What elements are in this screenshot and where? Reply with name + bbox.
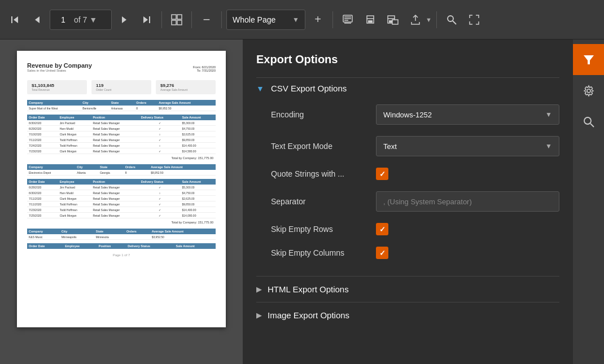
encoding-chevron-icon: ▼ — [545, 111, 552, 119]
separator-4 — [332, 11, 333, 28]
separator-5 — [436, 11, 437, 28]
svg-rect-6 — [172, 15, 176, 19]
zoom-out-button[interactable]: − — [196, 10, 217, 30]
search-side-button[interactable] — [573, 106, 604, 137]
csv-section-label: CSV Export Options — [271, 84, 347, 93]
svg-marker-2 — [35, 16, 40, 23]
text-export-mode-label: Text Export Mode — [271, 142, 367, 151]
csv-collapse-arrow-icon: ▼ — [256, 84, 265, 93]
doc-table-3b: Order DateEmployeePositionDelivery Statu… — [27, 243, 216, 249]
svg-point-20 — [448, 16, 453, 21]
page-navigator: 1 of 7 ▼ — [50, 10, 112, 30]
filter-side-button[interactable] — [573, 44, 604, 75]
text-export-mode-dropdown[interactable]: Text ▼ — [376, 136, 559, 156]
page-input[interactable]: 1 — [55, 15, 72, 24]
zoom-in-button[interactable]: + — [308, 10, 328, 30]
export-title: Export Options — [256, 53, 559, 66]
toolbar: 1 of 7 ▼ − Whole Page ▼ + — [0, 0, 604, 40]
separator-label: Separator — [271, 197, 367, 206]
edit-button[interactable] — [338, 10, 358, 30]
kpi-row: $1,103,845 Total Revenue 119 Order Count… — [27, 80, 216, 94]
svg-marker-3 — [122, 16, 126, 23]
skip-empty-rows-row: Skip Empty Rows — [271, 223, 559, 235]
last-page-button[interactable] — [137, 10, 157, 30]
csv-section-header[interactable]: ▼ CSV Export Options — [256, 77, 559, 99]
export-panel: Export Options ▼ CSV Export Options Enco… — [243, 40, 573, 341]
svg-marker-1 — [14, 16, 18, 23]
doc-table-3: CompanyCityStateOrdersAverage Sale Amoun… — [27, 229, 216, 240]
skip-empty-columns-label: Skip Empty Columns — [271, 248, 367, 257]
quote-strings-label: Quote Strings with ... — [271, 169, 367, 178]
total-pages-label: of 7 — [74, 15, 87, 24]
main-content: Revenue by Company Sales in the United S… — [0, 40, 604, 364]
prev-page-button[interactable] — [27, 10, 47, 30]
quote-strings-row: Quote Strings with ... — [271, 168, 559, 180]
next-page-button[interactable] — [114, 10, 134, 30]
svg-rect-16 — [368, 20, 373, 23]
encoding-dropdown[interactable]: Windows-1252 ▼ — [376, 104, 559, 125]
dropdown-chevron-icon: ▼ — [292, 16, 299, 24]
svg-rect-5 — [149, 16, 150, 23]
doc-table-2b: Order DateEmployeePositionDelivery Statu… — [27, 179, 216, 218]
skip-empty-columns-checkbox[interactable] — [376, 247, 388, 259]
doc-table-1: CompanyCityStateOrdersAverage Sale Amoun… — [27, 100, 216, 111]
svg-marker-22 — [584, 55, 594, 64]
separator-row: Separator , (Using System Separator) — [271, 191, 559, 212]
document-preview: Revenue by Company Sales in the United S… — [0, 40, 243, 364]
encoding-label: Encoding — [271, 110, 367, 119]
kpi-avg: $9,276 Average Sale Amount — [156, 80, 216, 94]
separator-3 — [221, 11, 222, 28]
skip-empty-columns-row: Skip Empty Columns — [271, 247, 559, 259]
settings-side-button[interactable] — [573, 75, 604, 106]
export-button[interactable] — [405, 10, 426, 30]
html-section-header[interactable]: ▶ HTML Export Options — [256, 276, 559, 302]
quote-strings-checkbox[interactable] — [376, 168, 388, 180]
text-mode-chevron-icon: ▼ — [545, 142, 552, 150]
svg-rect-0 — [11, 16, 12, 23]
svg-rect-8 — [172, 20, 176, 25]
separator-input[interactable]: , (Using System Separator) — [376, 191, 559, 212]
svg-point-23 — [587, 89, 590, 93]
encoding-value: Windows-1252 — [383, 111, 432, 119]
doc-total-2: Total by Company: 151,775.00 — [27, 221, 216, 224]
image-section-label: Image Export Options — [268, 310, 349, 320]
doc-title: Revenue by Company — [27, 62, 216, 69]
page-size-value: Whole Page — [233, 15, 275, 24]
encoding-row: Encoding Windows-1252 ▼ — [271, 104, 559, 125]
image-section-header[interactable]: ▶ Image Export Options — [256, 302, 559, 328]
csv-section-content: Encoding Windows-1252 ▼ Text Export Mode… — [256, 99, 559, 276]
kpi-revenue: $1,103,845 Total Revenue — [27, 80, 87, 94]
separator-2 — [191, 11, 192, 28]
text-export-mode-row: Text Export Mode Text ▼ — [271, 136, 559, 156]
minus-icon: − — [203, 12, 211, 27]
page-view-button[interactable] — [167, 10, 187, 30]
page-size-dropdown[interactable]: Whole Page ▼ — [226, 10, 305, 30]
fullscreen-button[interactable] — [464, 10, 484, 30]
doc-table-2: CompanyCityStateOrdersAverage Sale Amoun… — [27, 164, 216, 176]
text-export-mode-value: Text — [383, 142, 397, 151]
svg-marker-4 — [143, 16, 148, 23]
doc-subtitle: Sales in the United States — [27, 69, 216, 72]
kpi-orders: 119 Order Count — [91, 80, 151, 94]
svg-rect-9 — [177, 20, 182, 25]
page-number: Page 1 of 7 — [27, 253, 216, 257]
export-arrow-icon[interactable]: ▼ — [426, 16, 432, 23]
plus-icon: + — [314, 13, 321, 26]
svg-line-21 — [453, 21, 456, 24]
separator-1 — [161, 11, 162, 28]
print-button[interactable] — [360, 10, 380, 30]
dropdown-arrow[interactable]: ▼ — [89, 15, 97, 24]
print2-button[interactable] — [383, 10, 403, 30]
image-expand-arrow-icon: ▶ — [256, 311, 262, 319]
skip-empty-rows-checkbox[interactable] — [376, 223, 388, 235]
first-page-button[interactable] — [5, 10, 25, 30]
right-panel: Export Options ▼ CSV Export Options Enco… — [243, 40, 604, 364]
skip-empty-rows-label: Skip Empty Rows — [271, 225, 367, 234]
search-toolbar-button[interactable] — [441, 10, 462, 30]
svg-rect-19 — [392, 20, 398, 24]
svg-rect-7 — [177, 15, 182, 19]
html-expand-arrow-icon: ▶ — [256, 285, 262, 293]
svg-point-24 — [584, 117, 591, 124]
doc-total-1: Total by Company: 151,775.00 — [27, 156, 216, 160]
separator-placeholder: , (Using System Separator) — [383, 198, 472, 206]
